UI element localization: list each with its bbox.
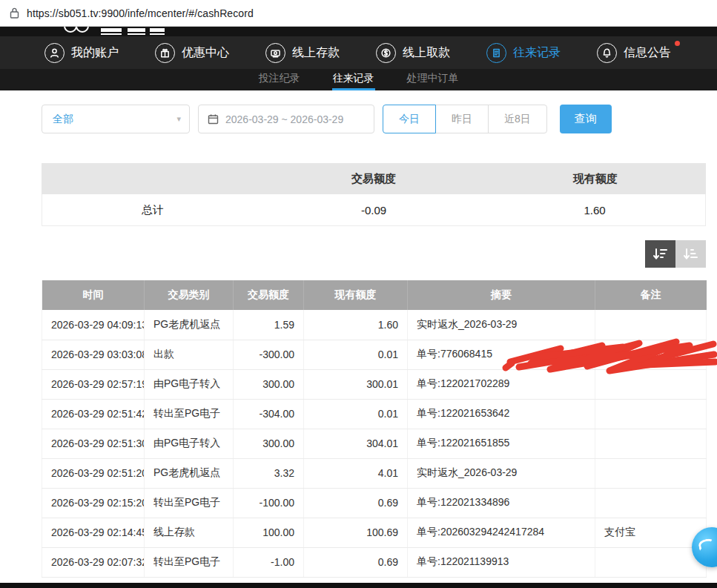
header-type: 交易类别	[145, 280, 234, 310]
nav-label: 线上存款	[292, 45, 340, 61]
yesterday-button[interactable]: 昨日	[435, 105, 489, 133]
sort-descending-button[interactable]	[645, 240, 675, 268]
header-summary: 摘要	[408, 280, 595, 310]
table-cell: 2026-03-29 02:15:20	[42, 488, 145, 518]
chat-swoosh-icon	[698, 538, 716, 551]
table-cell: 100.00	[234, 518, 304, 547]
table-cell: 单号:122021702289	[408, 369, 595, 399]
search-button[interactable]: 查询	[560, 105, 612, 133]
nav-item-deposit[interactable]: 线上存款	[265, 43, 340, 63]
table-cell: 304.01	[304, 429, 408, 458]
table-cell: 2026-03-29 02:51:20	[42, 458, 145, 488]
records-table: 时间 交易类别 交易额度 现有额度 摘要 备注 2026-03-29 04:09…	[42, 280, 707, 578]
table-row: 2026-03-29 04:09:13PG老虎机返点1.591.60实时返水_2…	[42, 310, 707, 340]
table-cell: PG老虎机返点	[145, 458, 234, 488]
sub-nav: 投注纪录 往来记录 处理中订单	[0, 69, 717, 90]
table-row: 2026-03-29 02:51:20PG老虎机返点3.324.01实时返水_2…	[42, 458, 707, 488]
header-balance: 现有额度	[304, 280, 408, 310]
nav-item-promotions[interactable]: 优惠中心	[155, 43, 229, 63]
tab-pending-orders[interactable]: 处理中订单	[406, 69, 460, 90]
table-cell	[595, 399, 707, 429]
table-cell: 单号:122021653642	[408, 399, 595, 429]
nav-item-announcements[interactable]: 信息公告	[597, 43, 671, 63]
summary-header-trade: 交易额度	[263, 172, 485, 186]
table-cell: 实时返水_2026-03-29	[408, 458, 595, 488]
nav-item-withdraw[interactable]: 线上取款	[376, 43, 450, 63]
nav-item-my-account[interactable]: 我的账户	[44, 43, 119, 63]
table-cell: 2026-03-29 02:51:30	[42, 429, 145, 458]
table-cell: 300.00	[234, 369, 304, 399]
table-header-row: 时间 交易类别 交易额度 现有额度 摘要 备注	[42, 280, 707, 310]
table-cell: 3.32	[234, 458, 304, 488]
main-nav: 我的账户 优惠中心 线上存款 线上取款 往来记录 信息公告	[0, 36, 717, 69]
sort-toolbar	[42, 240, 706, 268]
lock-icon	[10, 7, 19, 19]
table-cell: 2026-03-29 03:03:08	[42, 340, 145, 369]
window-bottom-strip	[0, 583, 717, 588]
table-cell: 转出至PG电子	[145, 399, 234, 429]
browser-address-bar[interactable]: https://sb051.tv:9900/infe/mcenter/#/cas…	[0, 0, 717, 27]
summary-total-row: 总计 -0.09 1.60	[42, 194, 706, 226]
nav-item-transaction-records[interactable]: 往来记录	[486, 43, 561, 63]
date-range-value: 2026-03-29 ~ 2026-03-29	[225, 113, 343, 125]
table-row: 2026-03-29 02:15:20转出至PG电子-100.000.69单号:…	[42, 488, 707, 518]
table-cell: 2026-03-29 02:14:45	[42, 518, 145, 547]
table-cell: -304.00	[234, 399, 304, 429]
gift-icon	[155, 43, 175, 63]
table-cell: 1.60	[304, 310, 408, 340]
withdraw-icon	[376, 43, 396, 63]
site-logo-partial	[0, 27, 717, 36]
summary-total-label: 总计	[42, 203, 263, 217]
chevron-down-icon: ▾	[176, 114, 181, 124]
table-cell: 2026-03-29 02:51:42	[42, 399, 145, 429]
table-cell: 由PG电子转入	[145, 369, 234, 399]
header-time: 时间	[42, 280, 145, 310]
deposit-icon	[265, 43, 285, 63]
type-select-value: 全部	[53, 113, 73, 126]
notification-badge	[675, 41, 680, 46]
table-cell	[595, 547, 707, 577]
table-cell: 2026-03-29 04:09:13	[42, 310, 145, 340]
records-icon	[486, 43, 506, 63]
table-cell: 2026-03-29 02:57:19	[42, 369, 145, 399]
table-cell: -100.00	[234, 488, 304, 518]
tab-transaction-records[interactable]: 往来记录	[332, 69, 375, 90]
table-cell: 单号:122021139913	[408, 547, 595, 577]
logo-glyph	[150, 28, 165, 35]
table-cell: -1.00	[234, 547, 304, 577]
table-cell: 2026-03-29 02:07:32	[42, 547, 145, 577]
bell-icon	[597, 43, 617, 63]
table-cell: 0.69	[304, 488, 408, 518]
today-button[interactable]: 今日	[383, 105, 436, 133]
table-cell: 300.01	[304, 369, 408, 399]
nav-label: 信息公告	[624, 45, 671, 61]
tab-bet-records[interactable]: 投注纪录	[258, 69, 301, 90]
logo-glyph	[128, 28, 145, 35]
summary-balance-total: 1.60	[484, 204, 705, 217]
table-cell	[595, 488, 707, 518]
nav-label: 线上取款	[403, 45, 450, 61]
url-text[interactable]: https://sb051.tv:9900/infe/mcenter/#/cas…	[27, 7, 254, 19]
table-cell: 出款	[145, 340, 234, 369]
table-row: 2026-03-29 02:57:19由PG电子转入300.00300.01单号…	[42, 369, 707, 399]
table-row: 2026-03-29 02:14:45线上存款100.00100.69单号:20…	[42, 518, 707, 547]
date-range-input[interactable]: 2026-03-29 ~ 2026-03-29	[198, 105, 374, 133]
table-cell: 线上存款	[145, 518, 234, 547]
last-8-days-button[interactable]: 近8日	[488, 105, 547, 133]
summary-table: 交易额度 现有额度 总计 -0.09 1.60	[42, 163, 706, 226]
nav-label: 我的账户	[71, 45, 119, 61]
table-cell: 0.69	[304, 547, 408, 577]
table-cell	[595, 458, 707, 488]
table-cell: 单号:776068415	[408, 340, 595, 369]
summary-trade-total: -0.09	[263, 204, 484, 217]
table-row: 2026-03-29 02:51:42转出至PG电子-304.000.01单号:…	[42, 399, 707, 429]
table-row: 2026-03-29 02:07:32转出至PG电子-1.000.69单号:12…	[42, 547, 707, 577]
table-cell: 100.69	[304, 518, 408, 547]
table-cell: 实时返水_2026-03-29	[408, 310, 595, 340]
user-icon	[44, 43, 65, 63]
logo-ring-icon	[76, 27, 89, 33]
table-cell: 转出至PG电子	[145, 547, 234, 577]
records-table-body: 2026-03-29 04:09:13PG老虎机返点1.591.60实时返水_2…	[42, 310, 707, 577]
type-select[interactable]: 全部 ▾	[42, 105, 190, 133]
sort-ascending-button[interactable]	[675, 240, 706, 268]
